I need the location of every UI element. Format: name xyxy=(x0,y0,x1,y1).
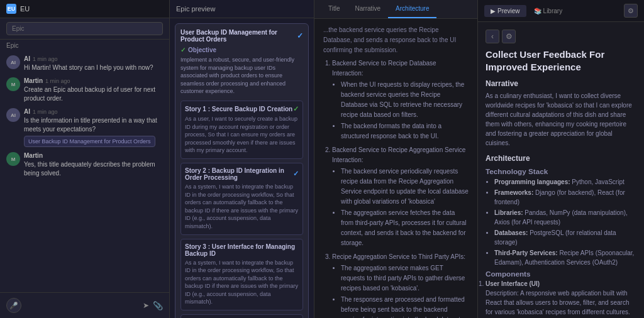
list-item: User Interface (UI) Description: A respo… xyxy=(486,279,636,318)
narrative-text: As a culinary enthusiast, I want to coll… xyxy=(486,91,636,148)
tab-narrative[interactable]: Narrative xyxy=(348,0,389,18)
list-item: Libraries: Pandas, NumPy (data manipulat… xyxy=(494,208,636,227)
right-tab-preview[interactable]: ▶ Preview xyxy=(484,5,526,17)
mic-button[interactable]: 🎤 xyxy=(6,298,21,313)
components-list: User Interface (UI) Description: A respo… xyxy=(486,279,636,318)
story-card-1: Story 1 : Secure Backup ID Creation ✓ As… xyxy=(180,101,303,159)
tab-title[interactable]: Title xyxy=(321,0,348,18)
top-bar: EU EU xyxy=(0,0,169,18)
story-card-3: Story 3 : User Interface for Managing Ba… xyxy=(180,239,303,311)
right-panel: ▶ Preview 📚 Library ⚙ ‹ ⚙ Collect User F… xyxy=(477,0,644,318)
search-input[interactable] xyxy=(6,22,163,35)
architecture-section-title: Architecture xyxy=(486,154,636,163)
msg-text-3: Is the information in title presented in… xyxy=(24,116,163,134)
sender-name-3: AI xyxy=(24,108,30,115)
back-button[interactable]: ‹ xyxy=(486,30,499,43)
main-tabs: Title Narrative Architecture xyxy=(314,0,477,19)
story-2-badge: ✓ xyxy=(293,170,299,178)
preview-icon: ▶ xyxy=(491,8,496,14)
msg-text-2: Create an Epic about backup id of user f… xyxy=(24,85,163,103)
attach-icon[interactable]: 📎 xyxy=(153,301,163,310)
story-card-4: Story 4 : Notification and Reporting Sys… xyxy=(180,314,303,318)
nav-btn-row: ‹ ⚙ xyxy=(486,30,636,43)
right-panel-header: ▶ Preview 📚 Library ⚙ xyxy=(478,0,644,22)
right-title: Collect User Feedback For Improved Exper… xyxy=(486,48,636,73)
story-2-title: Story 2 : Backup ID Integration in Order… xyxy=(185,167,293,181)
right-tabs: ▶ Preview 📚 Library xyxy=(484,5,569,17)
library-icon: 📚 xyxy=(534,8,541,14)
epic-card-title-text: User Backup ID Management for Product Or… xyxy=(180,29,297,43)
list-item: Third-Party Services: Recipe APIs (Spoon… xyxy=(494,248,636,267)
objective-check: ✓ xyxy=(180,47,186,53)
chat-message-1: AI AI 1 min ago Hi Martin! What story ca… xyxy=(6,55,163,72)
avatar-ai-1: AI xyxy=(6,55,20,69)
tech-stack-list: Programming languages: Python, JavaScrip… xyxy=(486,177,636,267)
sender-name-1: AI xyxy=(24,55,30,62)
story-3-title: Story 3 : User Interface for Managing Ba… xyxy=(185,243,299,257)
chat-message-4: M Martin Yes, this title adequately desc… xyxy=(6,152,163,178)
gear-icon-btn[interactable]: ⚙ xyxy=(624,4,638,18)
msg-time-1: 1 min ago xyxy=(33,56,58,62)
msg-time-2: 1 min ago xyxy=(45,78,70,84)
architecture-text: Technology Stack Programming languages: … xyxy=(486,166,636,318)
story-1-title: Story 1 : Secure Backup ID Creation xyxy=(185,106,292,112)
architecture-section: Architecture Technology Stack Programmin… xyxy=(486,154,636,318)
msg-badge: User Backup ID Management for Product Or… xyxy=(24,136,155,147)
avatar-martin-1: M xyxy=(6,77,20,91)
avatar-ai-2: AI xyxy=(6,108,20,122)
story-1-text: As a user, I want to securely create a b… xyxy=(185,115,299,155)
avatar-martin-2: M xyxy=(6,152,20,166)
chat-message-3: AI AI 1 min ago Is the information in ti… xyxy=(6,108,163,147)
search-bar xyxy=(0,18,169,40)
main-content-panel: Title Narrative Architecture ...the back… xyxy=(314,0,477,318)
app-title: EU xyxy=(20,5,30,13)
epic-preview-content: User Backup ID Management for Product Or… xyxy=(170,18,314,318)
epic-check-icon: ✓ xyxy=(297,31,303,40)
forward-button[interactable]: ⚙ xyxy=(502,30,516,43)
list-item: Frameworks: Django (for backend), React … xyxy=(494,188,636,207)
objective-label: ✓ Objective xyxy=(180,47,303,53)
msg-time-3: 1 min ago xyxy=(33,109,58,115)
epic-label: Epic xyxy=(0,40,169,50)
send-button[interactable]: ➤ xyxy=(143,301,149,310)
chat-input-area: 🎤 ➤ 📎 xyxy=(0,292,169,318)
epic-preview-header: Epic preview xyxy=(170,0,314,18)
narrative-section: Narrative As a culinary enthusiast, I wa… xyxy=(486,79,636,148)
story-3-text: As a system, I want to integrate the bac… xyxy=(185,259,299,307)
tab-architecture[interactable]: Architecture xyxy=(388,0,436,18)
msg-text-1: Hi Martin! What story can I help you wit… xyxy=(24,63,163,72)
story-card-2: Story 2 : Backup ID Integration in Order… xyxy=(180,163,303,235)
sender-name-4: Martin xyxy=(24,152,43,159)
components-title: Components xyxy=(486,268,636,280)
objective-text: Implement a robust, secure, and user-fri… xyxy=(180,56,303,96)
narrative-section-title: Narrative xyxy=(486,79,636,88)
list-item: Programming languages: Python, JavaScrip… xyxy=(494,177,636,187)
chat-message-2: M Martin 1 min ago Create an Epic about … xyxy=(6,77,163,103)
chat-input[interactable] xyxy=(25,302,139,309)
sender-name-2: Martin xyxy=(24,77,43,84)
architecture-content: ...the backend service queries the Recip… xyxy=(323,25,469,318)
msg-text-4: Yes, this title adequately describes the… xyxy=(24,160,163,178)
right-panel-icons: ⚙ xyxy=(624,4,638,18)
right-tab-library[interactable]: 📚 Library xyxy=(528,5,569,17)
app-logo: EU xyxy=(6,4,16,14)
chat-area: AI AI 1 min ago Hi Martin! What story ca… xyxy=(0,50,169,292)
story-1-badge: ✓ xyxy=(293,105,299,113)
tech-stack-title: Technology Stack xyxy=(486,166,636,177)
middle-panel: Epic preview User Backup ID Management f… xyxy=(170,0,314,318)
main-content-area: ...the backend service queries the Recip… xyxy=(314,19,477,318)
left-chat-panel: EU EU Epic AI AI 1 min ago Hi Martin! Wh… xyxy=(0,0,170,318)
epic-main-card: User Backup ID Management for Product Or… xyxy=(175,23,309,318)
right-content: ‹ ⚙ Collect User Feedback For Improved E… xyxy=(478,22,644,318)
list-item: Databases: PostgreSQL (for relational da… xyxy=(494,228,636,247)
story-2-text: As a system, I want to integrate the bac… xyxy=(185,183,299,231)
